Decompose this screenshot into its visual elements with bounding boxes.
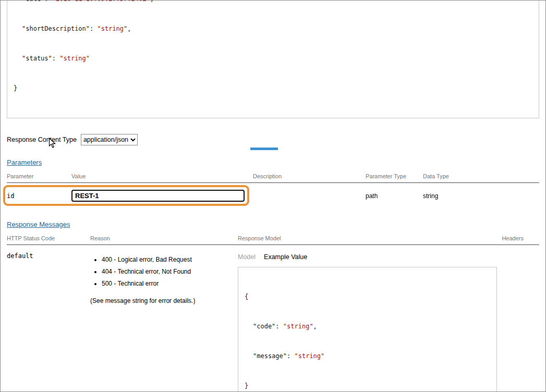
col-response-model: Response Model — [238, 235, 488, 241]
parameter-type: path — [366, 192, 423, 200]
code-line: "message": "string" — [245, 351, 490, 361]
col-http-status-code: HTTP Status Code — [7, 235, 90, 241]
code-line: "code": "string", — [245, 322, 490, 332]
code-line: "status": "string" — [14, 54, 532, 64]
reason-item: 500 - Technical error — [102, 280, 238, 287]
reason-item: 404 - Technical error, Not Found — [102, 268, 238, 275]
api-operation-panel: GET /supportcases/{id} Get a specific su… — [0, 0, 546, 392]
response-content-type-label: Response Content Type — [7, 136, 77, 143]
parameters-table-header: Parameter Value Description Parameter Ty… — [7, 173, 539, 183]
example-value-code: { "id": "string", "customerID": "string"… — [7, 0, 539, 118]
reason-item: 400 - Logical error, Bad Request — [102, 256, 238, 263]
response-content-type-select[interactable]: application/json — [81, 134, 138, 145]
reason-list: 400 - Logical error, Bad Request 404 - T… — [90, 256, 238, 287]
response-messages-table: HTTP Status Code Reason Response Model H… — [7, 235, 539, 392]
tab-example-value[interactable]: Example Value — [264, 253, 307, 261]
code-close-brace: } — [245, 381, 490, 391]
parameters-table: Parameter Value Description Parameter Ty… — [7, 173, 539, 208]
col-headers: Headers — [488, 235, 539, 241]
reason-cell: 400 - Logical error, Bad Request 404 - T… — [90, 252, 238, 304]
response-model-cell: Model Example Value { "code": "string", … — [238, 252, 488, 392]
response-messages-heading[interactable]: Response Messages — [7, 220, 70, 228]
parameter-data-type: string — [423, 192, 539, 200]
error-example-code: { "code": "string", "message": "string" … — [238, 267, 497, 392]
status-code-default: default — [7, 252, 90, 260]
parameters-heading[interactable]: Parameters — [7, 158, 42, 166]
col-value: Value — [71, 173, 253, 179]
parameter-value-input[interactable] — [71, 190, 245, 202]
code-close-brace: } — [14, 83, 532, 93]
code-open-brace: { — [245, 292, 490, 302]
code-line: "date": "2016-11-10T09:27:57.240Z", — [14, 0, 532, 4]
col-description: Description — [253, 173, 366, 179]
col-data-type: Data Type — [423, 173, 539, 179]
response-message-row: default 400 - Logical error, Bad Request… — [7, 245, 539, 392]
parameter-row: id path string — [7, 183, 539, 208]
horizontal-scrollbar-thumb[interactable] — [250, 148, 278, 150]
col-parameter: Parameter — [7, 173, 71, 179]
col-reason: Reason — [90, 235, 238, 241]
code-line: "shortDescription": "string", — [14, 24, 532, 34]
response-model-tabs: Model Example Value — [238, 253, 488, 261]
tab-model[interactable]: Model — [238, 253, 256, 261]
col-parameter-type: Parameter Type — [366, 173, 423, 179]
response-messages-header: HTTP Status Code Reason Response Model H… — [7, 235, 539, 245]
operation-body: Implementation Notes Get a specific supp… — [1, 0, 545, 392]
reason-note: (See message string for error details.) — [90, 297, 238, 304]
parameter-name: id — [7, 192, 71, 200]
